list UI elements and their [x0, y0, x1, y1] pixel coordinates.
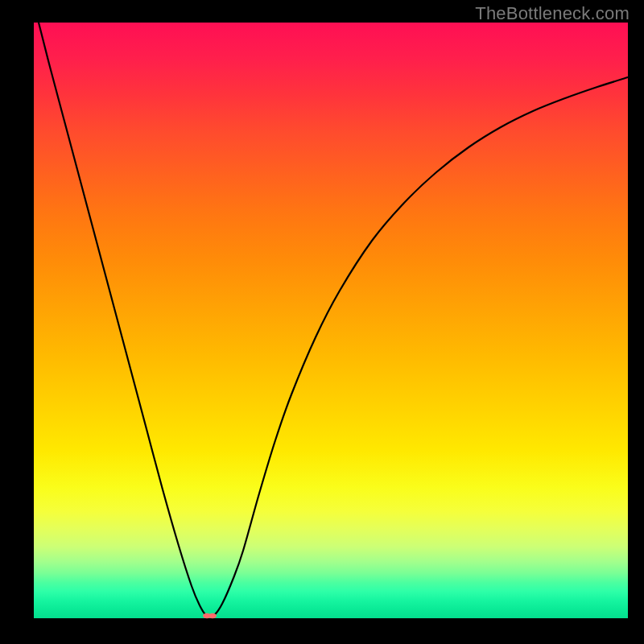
marker-group	[203, 613, 217, 619]
chart-stage: TheBottleneck.com	[0, 0, 644, 644]
plot-area	[34, 23, 628, 618]
marker-dot	[208, 613, 217, 619]
watermark-label: TheBottleneck.com	[475, 3, 630, 24]
curve-layer	[34, 23, 628, 618]
bottleneck-curve	[39, 23, 628, 617]
